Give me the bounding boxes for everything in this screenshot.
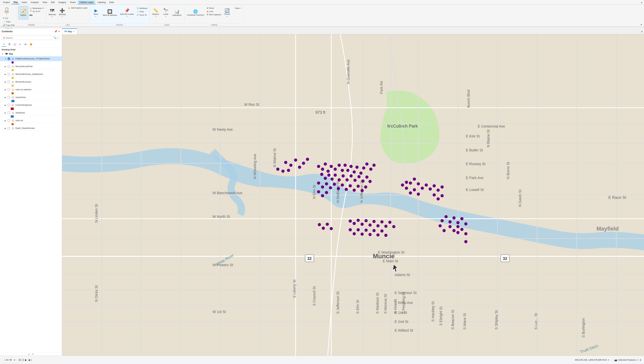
checkbox-muncie-structures[interactable] [8,81,10,83]
attributes-button[interactable]: 📋 Attributes [136,7,148,10]
expand-custom-study-icon[interactable]: ▶ [5,104,7,106]
layer-selection-view-btn[interactable]: ⬜ [12,42,17,47]
menu-analysis[interactable]: Analysis [29,1,40,4]
select-by-attributes-button[interactable]: 🔲 Select By Attributes [102,6,118,20]
expand-muncie-structures-icon[interactable]: ▶ [5,81,7,83]
bookmarks-button[interactable]: 📖 Bookmarks▼ [29,7,44,10]
pause-map-icon[interactable]: ⏸ [639,359,642,361]
layer-item-spatial-join[interactable]: ▶ ⬡ MuncieStructures_SpatialJoin1 [0,72,62,77]
pause-button[interactable]: ⏸ Pause [206,7,222,10]
layer-item-muncie-structures[interactable]: ▶ ⬡ MuncieStructures [0,80,62,84]
add-graphics-button[interactable]: 📐 Add Graphics Layer [68,6,88,9]
expand-map-icon[interactable]: ▼ [2,53,4,55]
expand-muncie-structs-icon[interactable]: ▶ [5,66,7,68]
checkbox-depth-raster[interactable] [8,127,10,129]
scale-select[interactable]: 1:19,730 [2,358,16,362]
lock-button[interactable]: 🔒 Lock [206,10,222,13]
map-canvas[interactable]: McCulloch Park [62,34,644,355]
expand-spatial-join-icon[interactable]: ▶ [5,73,7,75]
explore-button[interactable]: 🧭 Explore [18,6,28,20]
add-graphics-icon: 📐 [68,7,70,9]
coord-conversion-button[interactable]: 🌐 Coordinate Conversion [186,6,205,20]
layer-datasource-view-btn[interactable]: 🗄 [7,42,12,47]
search-icon[interactable]: 🔍 [54,37,56,39]
menu-labeling[interactable]: Labeling [96,1,107,4]
clear-button[interactable]: 🧹 Clear [136,10,148,13]
add-data-button[interactable]: ➕ Add Data ▼ [58,6,67,20]
scroll-up-icon[interactable]: ▲ [28,353,30,355]
zoom-to-button[interactable]: 🔎 Zoom To [136,14,148,16]
layer-edit-view-btn[interactable]: ✏ [18,42,22,47]
layer-item-map-group[interactable]: ▼ 🗺 Map [0,52,62,56]
svg-point-180 [436,197,440,201]
menu-imagery[interactable]: Imagery [57,1,68,4]
menu-view[interactable]: View [41,1,49,4]
paste-button[interactable]: 📋 Paste ▼ [2,6,12,16]
convert-button[interactable]: 🔄 Convert ▼ [222,6,232,20]
layer-item-main-nsi[interactable]: ▶ ⬡ main.nsi [0,118,62,123]
ribbon-collapse-icon[interactable]: ▲ [640,23,642,26]
snap-right-icon[interactable]: | [31,358,32,361]
scroll-down-icon[interactable]: ▼ [32,353,34,355]
select-button[interactable]: ▶ Select ▼ [91,6,100,20]
snap-point-icon[interactable]: ⊡ [22,358,24,361]
checkbox-nsi-selection[interactable] [8,89,10,91]
map-tab-close-icon[interactable]: ✕ [73,30,75,33]
coords-dropdown-icon[interactable]: ▼ [608,359,610,361]
layer-item-custom-study[interactable]: ▶ ⬡ CustomStudyArea [0,103,62,108]
layer-item-study-area[interactable]: ▶ ⬡ StudyArea [0,110,62,115]
layer-item-flat-muncie[interactable]: ▼ ⬡ FlatMuncieStructures_XYTableToPoint [0,56,62,61]
snap-arrow-icon[interactable]: ◀ [28,358,30,361]
view-unplaced-button[interactable]: 👁 View Unplaced [206,13,222,16]
menu-insert[interactable]: Insert [20,1,29,4]
checkbox-flat-muncie[interactable] [8,58,10,60]
menu-feature-layer[interactable]: Feature Layer [78,0,95,4]
pin-icon[interactable]: 📌 [54,30,57,33]
expand-flat-muncie-icon[interactable]: ▼ [5,58,7,60]
nav-back-icon[interactable]: ◀ [29,14,31,16]
minimize-icon[interactable]: ▲ [641,1,643,4]
go-to-xy-button[interactable]: 📍 Go To XY [29,10,44,13]
panel-collapse-icon[interactable]: ▲ [641,30,643,33]
expand-main-nsi-icon[interactable]: ▶ [5,120,7,122]
select-by-location-button[interactable]: 📌 Select By Location ▼ [119,6,135,20]
basemap-button[interactable]: 🗺 Basemap ▼ [48,6,57,20]
layer-labeling-view-btn[interactable]: 🔶 [28,42,33,47]
layer-list-view-btn[interactable]: ≡ [2,42,6,47]
infographics-button[interactable]: 📊 Infographics [171,6,183,20]
more-button[interactable]: ⋯ More ▼ [232,7,242,10]
layer-item-depth-raster[interactable]: ▶ ⬡ Depth_RasterDomain [0,126,62,131]
snap-grid-icon[interactable]: ⊞ [18,358,21,361]
svg-point-142 [321,194,324,197]
expand-depth-raster-icon[interactable]: ▶ [5,127,7,129]
copy-path-button[interactable]: 🔗 Copy Path [2,24,15,27]
checkbox-spatial-join[interactable] [8,73,10,75]
checkbox-custom-study[interactable] [8,104,10,106]
expand-impact-area-icon[interactable]: ▶ [5,97,7,98]
layer-snapping-view-btn[interactable]: ⊞ [23,42,28,47]
panel-close-icon[interactable]: ✕ [58,30,60,33]
expand-nsi-selection-icon[interactable]: ▶ [5,89,7,91]
menu-share[interactable]: Share [68,1,78,4]
checkbox-study-area[interactable] [8,112,10,114]
layer-item-impact-area[interactable]: ▶ ⬡ ImpactArea [0,95,62,100]
menu-map[interactable]: Map [12,0,20,4]
checkbox-main-nsi[interactable] [8,119,10,122]
search-dropdown-icon[interactable]: ▼ [57,37,59,39]
map-tab[interactable]: 🗺 Map ✕ [62,29,77,34]
menu-data[interactable]: Data [108,1,116,4]
locate-button[interactable]: 🔭 Locate ▼ [161,6,170,20]
snap-play-icon[interactable]: ▶ [25,358,27,361]
expand-study-area-icon[interactable]: ▶ [5,112,7,114]
layer-item-nsi-selection[interactable]: ▶ ⬡ main.nsi selection [0,87,62,92]
cut-button[interactable]: ✂ Cut [2,17,15,20]
measure-button[interactable]: 📏 Measure ▼ [151,6,160,20]
search-input[interactable] [6,37,53,39]
layer-item-muncie-structs-final[interactable]: ▶ ⬡ MuncieStructsFinal [0,64,62,69]
nav-forward-icon[interactable]: ▶ [31,14,33,16]
copy-button[interactable]: 📄 Copy [2,20,15,23]
menu-project[interactable]: Project [1,1,12,4]
checkbox-muncie-structs-final[interactable] [8,65,10,68]
menu-edit[interactable]: Edit [49,1,56,4]
checkbox-impact-area[interactable] [8,96,10,99]
